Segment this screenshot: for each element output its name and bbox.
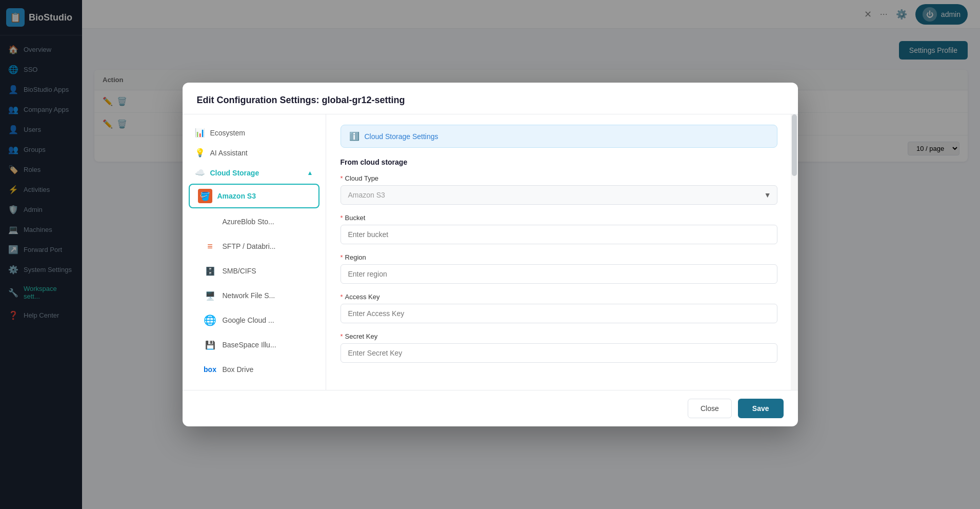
modal-body: 📊 Ecosystem 💡 AI Assistant ☁️ Cloud Stor… bbox=[183, 114, 798, 390]
network-file-label: Network File S... bbox=[223, 291, 275, 300]
ai-assistant-label: AI Assistant bbox=[210, 149, 248, 157]
scrollbar-thumb[interactable] bbox=[792, 114, 797, 176]
access-key-label: * Access Key bbox=[341, 293, 777, 301]
modal-footer: Close Save bbox=[183, 390, 798, 426]
amazon-s3-label: Amazon S3 bbox=[217, 192, 256, 200]
box-drive-icon: box bbox=[203, 362, 217, 377]
cloud-type-select[interactable]: Amazon S3 bbox=[341, 185, 777, 205]
nav-sub-item-azureblob[interactable]: AzureBlob Sto... bbox=[183, 209, 326, 234]
secret-key-input[interactable] bbox=[341, 343, 777, 363]
required-indicator: * bbox=[341, 174, 343, 182]
banner-text: Cloud Storage Settings bbox=[365, 132, 438, 141]
modal-sidebar: 📊 Ecosystem 💡 AI Assistant ☁️ Cloud Stor… bbox=[183, 114, 326, 390]
nav-item-ecosystem[interactable]: 📊 Ecosystem bbox=[183, 123, 326, 143]
nav-sub-item-amazon-s3[interactable]: 🪣 Amazon S3 bbox=[189, 184, 319, 208]
box-drive-label: Box Drive bbox=[223, 365, 254, 374]
nav-sub-item-sftp[interactable]: ≡ SFTP / Databri... bbox=[183, 234, 326, 259]
required-indicator: * bbox=[341, 253, 343, 261]
nav-sub-item-google-cloud[interactable]: 🌐 Google Cloud ... bbox=[183, 308, 326, 332]
region-input[interactable] bbox=[341, 264, 777, 284]
basespace-label: BaseSpace Illu... bbox=[223, 341, 276, 349]
required-indicator: * bbox=[341, 293, 343, 301]
required-indicator: * bbox=[341, 332, 343, 340]
cloud-type-group: * Cloud Type Amazon S3 ▼ bbox=[341, 174, 777, 205]
cloud-storage-icon: ☁️ bbox=[195, 168, 205, 178]
scrollbar-track bbox=[791, 114, 798, 390]
sftp-label: SFTP / Databri... bbox=[223, 242, 276, 250]
nav-item-ai-assistant[interactable]: 💡 AI Assistant bbox=[183, 143, 326, 163]
bucket-group: * Bucket bbox=[341, 214, 777, 244]
close-button[interactable]: Close bbox=[688, 399, 732, 418]
region-label: * Region bbox=[341, 253, 777, 261]
modal-header: Edit Configuration Settings: global-gr12… bbox=[183, 83, 798, 114]
required-indicator: * bbox=[341, 214, 343, 222]
bucket-label: * Bucket bbox=[341, 214, 777, 222]
smb-icon: 🗄️ bbox=[203, 264, 217, 278]
info-icon: ℹ️ bbox=[349, 131, 359, 141]
ai-assistant-icon: 💡 bbox=[195, 148, 205, 158]
azureblob-label: AzureBlob Sto... bbox=[223, 218, 274, 226]
nav-section-cloud-storage[interactable]: ☁️ Cloud Storage ▲ bbox=[183, 163, 326, 183]
amazon-s3-icon: 🪣 bbox=[198, 189, 212, 203]
google-cloud-label: Google Cloud ... bbox=[223, 316, 274, 324]
cloud-storage-label: Cloud Storage bbox=[210, 169, 259, 177]
nav-sub-item-box-drive[interactable]: box Box Drive bbox=[183, 357, 326, 382]
save-button[interactable]: Save bbox=[738, 399, 784, 418]
region-group: * Region bbox=[341, 253, 777, 284]
network-file-icon: 🖥️ bbox=[203, 288, 217, 303]
chevron-up-icon: ▲ bbox=[307, 169, 313, 177]
form-section-title: From cloud storage bbox=[341, 158, 777, 166]
nav-sub-item-basespace[interactable]: 💾 BaseSpace Illu... bbox=[183, 332, 326, 357]
nav-sub-item-network-file[interactable]: 🖥️ Network File S... bbox=[183, 283, 326, 308]
section-banner: ℹ️ Cloud Storage Settings bbox=[341, 125, 777, 148]
sftp-icon: ≡ bbox=[203, 239, 217, 253]
cloud-type-select-wrapper: Amazon S3 ▼ bbox=[341, 185, 777, 205]
nav-sub-item-smb[interactable]: 🗄️ SMB/CIFS bbox=[183, 259, 326, 283]
secret-key-group: * Secret Key bbox=[341, 332, 777, 363]
azure-icon bbox=[203, 214, 217, 229]
smb-label: SMB/CIFS bbox=[223, 267, 256, 275]
access-key-group: * Access Key bbox=[341, 293, 777, 323]
google-cloud-icon: 🌐 bbox=[203, 313, 217, 327]
modal: Edit Configuration Settings: global-gr12… bbox=[183, 83, 798, 426]
bucket-input[interactable] bbox=[341, 225, 777, 244]
ecosystem-label: Ecosystem bbox=[210, 129, 245, 137]
secret-key-label: * Secret Key bbox=[341, 332, 777, 340]
cloud-type-label: * Cloud Type bbox=[341, 174, 777, 182]
ecosystem-icon: 📊 bbox=[195, 128, 205, 138]
modal-title: Edit Configuration Settings: global-gr12… bbox=[197, 95, 784, 106]
modal-main-content: ℹ️ Cloud Storage Settings From cloud sto… bbox=[326, 114, 798, 390]
access-key-input[interactable] bbox=[341, 304, 777, 323]
basespace-icon: 💾 bbox=[203, 338, 217, 352]
